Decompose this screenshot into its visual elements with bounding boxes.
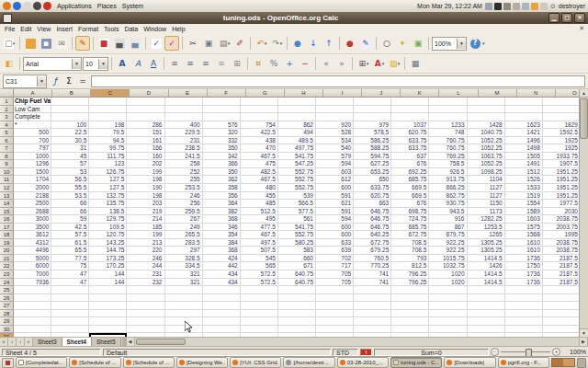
cell[interactable]: 867 xyxy=(429,224,467,232)
task-button[interactable]: [Downloads] xyxy=(444,357,495,368)
row-header-6[interactable]: 6 xyxy=(0,137,14,145)
cell[interactable]: 494 xyxy=(278,129,316,137)
cell[interactable]: 42.5 xyxy=(51,224,89,232)
cell[interactable]: 552.75 xyxy=(278,231,316,239)
cell[interactable] xyxy=(429,294,467,303)
cell[interactable]: 1995 xyxy=(543,231,580,239)
row-header-12[interactable]: 12 xyxy=(0,184,14,192)
selected-cell[interactable] xyxy=(89,333,127,337)
cell[interactable] xyxy=(391,317,429,326)
cell[interactable] xyxy=(354,302,391,310)
cell[interactable]: 259.5 xyxy=(165,208,203,216)
cut-icon[interactable]: ✂ xyxy=(186,36,200,51)
cell[interactable]: 797 xyxy=(14,144,51,153)
cell[interactable]: 541.75 xyxy=(278,224,316,232)
cell[interactable]: 55.5 xyxy=(51,184,89,192)
cell[interactable]: 252 xyxy=(165,168,203,177)
cell[interactable]: 30.5 xyxy=(51,137,89,145)
sum-icon[interactable]: Σ xyxy=(63,76,74,86)
zoom-combo[interactable]: 100%▼ xyxy=(432,37,467,51)
cell[interactable]: 561 xyxy=(278,215,316,224)
background-color-icon[interactable]: ▧▾ xyxy=(387,56,401,71)
cell[interactable] xyxy=(89,294,127,303)
cell[interactable] xyxy=(241,326,278,334)
delete-decimal-icon[interactable]: − xyxy=(298,56,312,71)
sheet-tab-sheet3[interactable]: Sheet3 xyxy=(33,338,62,346)
cell[interactable]: 219 xyxy=(127,208,164,216)
cell[interactable]: 1104 xyxy=(468,176,505,184)
cell[interactable] xyxy=(241,113,278,121)
cell[interactable]: 1512 xyxy=(505,168,543,177)
cell[interactable]: 442 xyxy=(203,262,241,270)
row-header-20[interactable]: 20 xyxy=(0,247,14,255)
cell[interactable]: 467.5 xyxy=(241,231,278,239)
cell[interactable]: 382 xyxy=(203,208,241,216)
cell[interactable] xyxy=(429,317,467,326)
cell[interactable] xyxy=(89,302,127,310)
cell[interactable]: 267 xyxy=(165,215,203,224)
sort-descending-icon[interactable]: ↑ xyxy=(322,36,336,51)
cell[interactable] xyxy=(241,286,278,294)
cell[interactable]: 646.75 xyxy=(354,224,391,232)
panel-menu-places[interactable]: Places xyxy=(95,3,119,9)
row-header-25[interactable]: 25 xyxy=(0,286,14,294)
row-header-14[interactable]: 14 xyxy=(0,200,14,208)
cell[interactable]: 577.5 xyxy=(278,208,316,216)
menu-file[interactable]: File xyxy=(2,26,17,32)
styles-icon[interactable]: ◧ xyxy=(2,56,17,71)
cell[interactable]: 135.75 xyxy=(89,200,127,208)
cell[interactable]: 943.5 xyxy=(429,208,467,216)
cell[interactable]: 926.5 xyxy=(429,168,467,177)
font-name-combo[interactable]: Arial ▼ xyxy=(23,57,82,71)
menu-view[interactable]: View xyxy=(34,26,53,32)
align-center-icon[interactable]: ≡ xyxy=(183,56,198,71)
open-icon[interactable] xyxy=(23,36,38,51)
close-document-icon[interactable]: ✕ xyxy=(579,25,586,32)
cell[interactable]: 620.75 xyxy=(391,129,429,137)
scroll-right-icon[interactable]: ▶ xyxy=(579,338,588,346)
cell[interactable]: 485 xyxy=(241,200,278,208)
cell[interactable]: 497.5 xyxy=(241,239,278,247)
cell[interactable]: 144 xyxy=(89,279,127,287)
name-box[interactable]: C31 ▼ xyxy=(3,75,47,88)
cell[interactable]: 1519 xyxy=(505,192,543,201)
decrease-indent-icon[interactable]: « xyxy=(319,56,334,71)
cell[interactable] xyxy=(203,106,241,114)
cell[interactable] xyxy=(51,317,89,326)
cell[interactable] xyxy=(241,302,278,310)
task-button[interactable]: [Schedule of ... xyxy=(69,357,120,368)
cell[interactable] xyxy=(468,98,505,106)
display-icon[interactable] xyxy=(485,3,492,10)
cell[interactable]: 356 xyxy=(203,192,241,201)
cell[interactable]: 646.75 xyxy=(354,215,391,224)
cell[interactable]: 470 xyxy=(241,144,278,153)
cell[interactable]: 120.75 xyxy=(89,231,127,239)
cell[interactable]: 572.5 xyxy=(241,270,278,279)
cell[interactable]: 760.5 xyxy=(354,255,391,263)
cell[interactable]: 61.5 xyxy=(51,239,89,247)
cell[interactable] xyxy=(203,302,241,310)
cell[interactable]: 1977.5 xyxy=(543,200,580,208)
mail-icon[interactable] xyxy=(540,3,548,10)
cell[interactable] xyxy=(543,98,580,106)
cell[interactable]: 1233 xyxy=(429,121,467,130)
cell[interactable]: 283.5 xyxy=(165,239,203,247)
prev-sheet-icon[interactable]: ‹ xyxy=(8,338,17,346)
cell[interactable] xyxy=(429,310,467,318)
cell[interactable]: 1951.25 xyxy=(543,192,580,201)
cell[interactable] xyxy=(203,317,241,326)
next-sheet-icon[interactable]: › xyxy=(17,338,25,346)
cell[interactable] xyxy=(203,310,241,318)
auto-spellcheck-icon[interactable]: ✓ xyxy=(164,36,179,51)
cell[interactable]: Complete xyxy=(14,113,51,121)
workspace-2[interactable] xyxy=(563,359,574,366)
cell[interactable]: 350 xyxy=(203,168,241,177)
cell[interactable]: 214 xyxy=(127,215,164,224)
cell[interactable]: 475 xyxy=(241,160,278,168)
cell[interactable]: 539 xyxy=(278,192,316,201)
cell[interactable]: 671 xyxy=(278,262,316,270)
cell[interactable] xyxy=(391,113,429,121)
cell[interactable] xyxy=(241,317,278,326)
cell[interactable]: 1736 xyxy=(505,279,543,287)
save-icon[interactable]: ▪ xyxy=(39,36,53,51)
